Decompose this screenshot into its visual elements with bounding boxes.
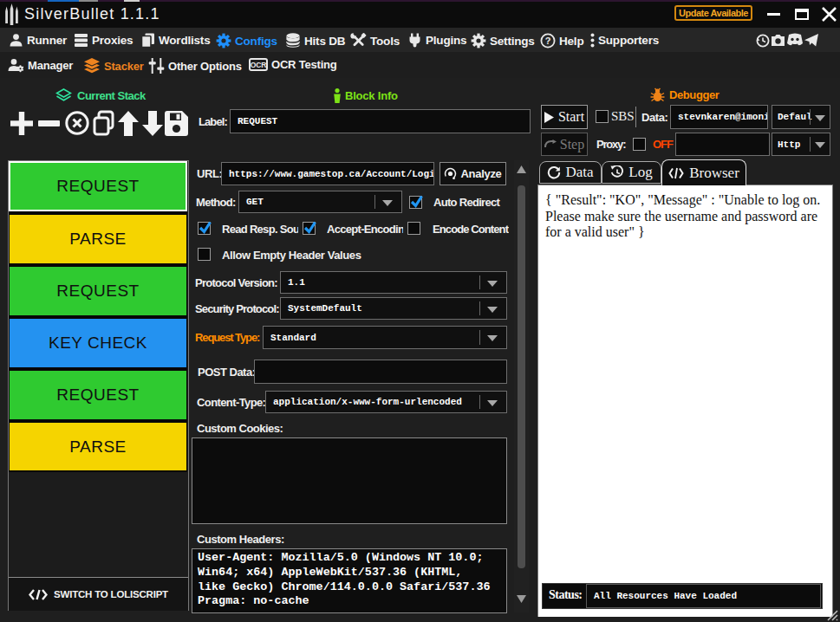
svg-text:?: ? — [545, 36, 551, 46]
svg-text:OCR: OCR — [251, 61, 266, 69]
